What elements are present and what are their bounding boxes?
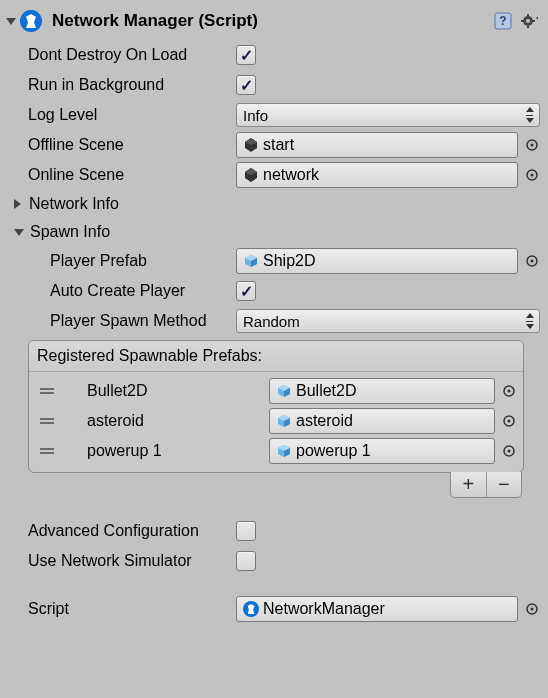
- advanced-config-checkbox[interactable]: [236, 521, 256, 541]
- svg-rect-6: [521, 20, 524, 22]
- advanced-config-label: Advanced Configuration: [6, 522, 236, 540]
- network-info-label: Network Info: [29, 195, 119, 213]
- foldout-arrow-icon: [14, 229, 24, 236]
- player-prefab-label: Player Prefab: [6, 252, 236, 270]
- player-spawn-method-row: Player Spawn Method Random: [6, 306, 540, 336]
- script-row: Script NetworkManager: [6, 594, 540, 624]
- list-item-field[interactable]: Bullet2D: [269, 378, 495, 404]
- list-item: Bullet2D Bullet2D: [35, 376, 517, 406]
- advanced-config-row: Advanced Configuration: [6, 516, 540, 546]
- list-item-label: powerup 1: [59, 442, 269, 460]
- unity-scene-icon: [243, 167, 259, 183]
- auto-create-player-checkbox[interactable]: [236, 281, 256, 301]
- drag-handle-icon[interactable]: [35, 388, 59, 394]
- use-network-simulator-checkbox[interactable]: [236, 551, 256, 571]
- prefab-cube-icon: [276, 413, 292, 429]
- list-item: powerup 1 powerup 1: [35, 436, 517, 466]
- online-scene-field[interactable]: network: [236, 162, 518, 188]
- offline-scene-label: Offline Scene: [6, 136, 236, 154]
- use-network-simulator-label: Use Network Simulator: [6, 552, 236, 570]
- log-level-dropdown[interactable]: Info: [236, 103, 540, 127]
- player-prefab-row: Player Prefab Ship2D: [6, 246, 540, 276]
- svg-point-20: [508, 450, 511, 453]
- online-scene-label: Online Scene: [6, 166, 236, 184]
- offline-scene-picker-icon[interactable]: [524, 137, 540, 153]
- spawn-info-section[interactable]: Spawn Info: [6, 218, 540, 246]
- dont-destroy-row: Dont Destroy On Load: [6, 40, 540, 70]
- online-scene-value: network: [263, 166, 319, 184]
- spawnable-prefabs-list: Registered Spawnable Prefabs: Bullet2D B…: [28, 340, 524, 473]
- online-scene-picker-icon[interactable]: [524, 167, 540, 183]
- list-item-label: Bullet2D: [59, 382, 269, 400]
- script-label: Script: [6, 600, 236, 618]
- dont-destroy-label: Dont Destroy On Load: [6, 46, 236, 64]
- log-level-row: Log Level Info: [6, 100, 540, 130]
- list-item-field[interactable]: asteroid: [269, 408, 495, 434]
- auto-create-player-row: Auto Create Player: [6, 276, 540, 306]
- script-icon: [243, 601, 259, 617]
- list-item-picker-icon[interactable]: [501, 383, 517, 399]
- script-field[interactable]: NetworkManager: [236, 596, 518, 622]
- prefab-cube-icon: [276, 443, 292, 459]
- online-scene-row: Online Scene network: [6, 160, 540, 190]
- run-in-background-label: Run in Background: [6, 76, 236, 94]
- prefab-cube-icon: [276, 383, 292, 399]
- offline-scene-row: Offline Scene start: [6, 130, 540, 160]
- component-title: Network Manager (Script): [52, 11, 488, 31]
- player-prefab-value: Ship2D: [263, 252, 315, 270]
- drag-handle-icon[interactable]: [35, 448, 59, 454]
- log-level-label: Log Level: [6, 106, 236, 124]
- prefab-cube-icon: [243, 253, 259, 269]
- player-spawn-method-dropdown[interactable]: Random: [236, 309, 540, 333]
- svg-point-14: [531, 260, 534, 263]
- svg-text:▾: ▾: [536, 15, 538, 21]
- script-picker-icon[interactable]: [524, 601, 540, 617]
- use-network-simulator-row: Use Network Simulator: [6, 546, 540, 576]
- list-footer: + −: [6, 472, 540, 498]
- network-info-section[interactable]: Network Info: [6, 190, 540, 218]
- foldout-arrow-icon: [14, 199, 21, 209]
- component-icon: [20, 10, 42, 32]
- svg-point-16: [508, 390, 511, 393]
- svg-point-12: [531, 174, 534, 177]
- offline-scene-field[interactable]: start: [236, 132, 518, 158]
- list-item-label: asteroid: [59, 412, 269, 430]
- list-item-picker-icon[interactable]: [501, 413, 517, 429]
- player-spawn-method-label: Player Spawn Method: [6, 312, 236, 330]
- drag-handle-icon[interactable]: [35, 418, 59, 424]
- inspector-panel: Network Manager (Script) ? ▾ Dont Destro…: [0, 0, 548, 632]
- script-value: NetworkManager: [263, 600, 385, 618]
- foldout-arrow-icon[interactable]: [6, 18, 16, 25]
- svg-point-18: [508, 420, 511, 423]
- list-add-button[interactable]: +: [451, 472, 487, 497]
- list-item-field[interactable]: powerup 1: [269, 438, 495, 464]
- component-header: Network Manager (Script) ? ▾: [6, 4, 540, 40]
- list-item: asteroid asteroid: [35, 406, 517, 436]
- dont-destroy-checkbox[interactable]: [236, 45, 256, 65]
- spawnable-prefabs-header: Registered Spawnable Prefabs:: [29, 341, 523, 372]
- gear-icon[interactable]: ▾: [518, 10, 540, 32]
- offline-scene-value: start: [263, 136, 294, 154]
- player-prefab-field[interactable]: Ship2D: [236, 248, 518, 274]
- spawn-info-label: Spawn Info: [30, 223, 110, 241]
- svg-point-10: [531, 144, 534, 147]
- svg-rect-4: [527, 14, 529, 17]
- auto-create-player-label: Auto Create Player: [6, 282, 236, 300]
- svg-point-22: [531, 608, 534, 611]
- svg-point-3: [526, 19, 530, 23]
- list-remove-button[interactable]: −: [487, 472, 522, 497]
- svg-text:?: ?: [499, 14, 506, 28]
- unity-scene-icon: [243, 137, 259, 153]
- help-icon[interactable]: ?: [492, 10, 514, 32]
- svg-rect-5: [527, 25, 529, 28]
- run-in-background-row: Run in Background: [6, 70, 540, 100]
- player-prefab-picker-icon[interactable]: [524, 253, 540, 269]
- list-item-picker-icon[interactable]: [501, 443, 517, 459]
- run-in-background-checkbox[interactable]: [236, 75, 256, 95]
- svg-rect-7: [532, 20, 535, 22]
